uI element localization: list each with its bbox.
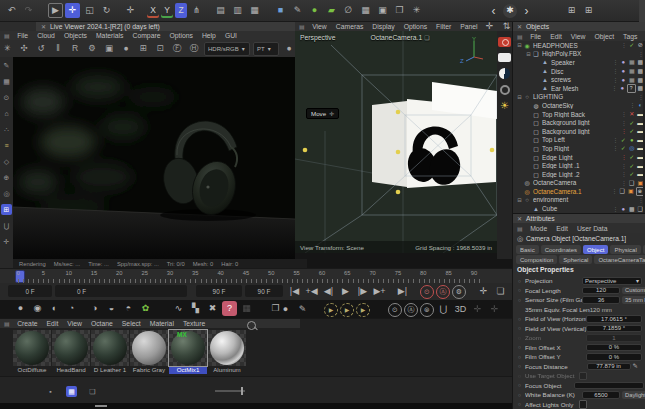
redo-icon[interactable]: ↷ bbox=[21, 3, 36, 18]
tab-basic[interactable]: Basic bbox=[516, 245, 539, 254]
visibility-dots-icon[interactable]: ⋮ bbox=[613, 68, 619, 74]
load-asset-icon[interactable]: ⊞ bbox=[581, 3, 596, 18]
cam-tag-icon[interactable]: ▣ bbox=[627, 188, 635, 194]
imager-icon[interactable] bbox=[499, 68, 510, 79]
render-active-view-icon[interactable]: ▤ bbox=[213, 3, 228, 18]
mat-menu-select[interactable]: Select bbox=[117, 320, 145, 327]
mat-menu-material[interactable]: Material bbox=[145, 320, 178, 327]
zoom-input[interactable]: 1 bbox=[586, 334, 642, 342]
visibility-dots-icon[interactable]: ⋮ bbox=[612, 188, 618, 194]
shade-ring-icon[interactable]: ◉ bbox=[30, 301, 45, 316]
tree-row-edge-light-1[interactable]: ▢Edge Light .1⋮✓▬ bbox=[513, 161, 645, 170]
pause-render-icon[interactable]: ‖ bbox=[51, 42, 65, 56]
record-scale-icon[interactable]: ❏ bbox=[493, 284, 508, 299]
autokey-button[interactable]: Ⓐ bbox=[436, 285, 450, 299]
grid-dim-icon[interactable]: ▦ bbox=[239, 301, 254, 316]
close-icon[interactable]: ✕ bbox=[517, 23, 522, 30]
edges-mode-icon[interactable]: ≡ bbox=[1, 140, 12, 151]
prev-frame-button[interactable]: ◀| bbox=[321, 284, 336, 299]
visibility-dots-icon[interactable]: ⋮ bbox=[621, 154, 627, 160]
vp-menu-cameras[interactable]: Cameras bbox=[331, 23, 368, 30]
attr-menu-user-data[interactable]: User Data bbox=[572, 225, 612, 232]
team-render-icon[interactable]: ❐ bbox=[392, 3, 407, 18]
end-frame-field[interactable]: 90 F bbox=[245, 285, 283, 297]
coord-system-icon[interactable]: ⋔ bbox=[189, 3, 204, 18]
tree-row-top-left[interactable]: ▢Top Left⋮✓●▬ bbox=[513, 136, 645, 145]
viewport-camera-label[interactable]: OctaneCamera.1 ❏ bbox=[350, 34, 450, 41]
kernel-dropdown[interactable]: PT▾ bbox=[253, 42, 279, 56]
snap-toggle-icon[interactable]: ⊞ bbox=[1, 204, 12, 215]
tree-row-octanesky[interactable]: ◍OctaneSky⋮◐ bbox=[513, 101, 645, 110]
snap-extra1-icon[interactable]: ✛ bbox=[470, 302, 485, 317]
tonemap-dropdown[interactable]: HDR/sRGB▾ bbox=[204, 42, 250, 56]
tree-row-disc[interactable]: ▲Disc⋮●▦▩ bbox=[513, 67, 645, 76]
check-tag-icon[interactable]: ✓ bbox=[628, 120, 636, 126]
array-icon[interactable]: ▦ bbox=[358, 3, 373, 18]
snap-3d-icon[interactable]: 3D bbox=[453, 302, 468, 317]
vp-menu-options[interactable]: Options bbox=[399, 23, 431, 30]
current-frame-field[interactable]: 0 F bbox=[8, 285, 52, 297]
preview-size-slider[interactable] bbox=[215, 390, 245, 392]
tree-row-cube[interactable]: ▲Cube⋮●▩❑ bbox=[513, 204, 645, 213]
check-tag-icon[interactable]: ✓ bbox=[628, 42, 636, 48]
tree-row-top-right-back[interactable]: ▢Top Right Back⋮✕▬ bbox=[513, 110, 645, 119]
window-menu-icon[interactable]: ▤ bbox=[0, 320, 13, 327]
film-offset-y-input[interactable]: 0 % bbox=[586, 353, 642, 361]
snap-extra2-icon[interactable]: ✛ bbox=[487, 302, 502, 317]
range-start-field[interactable]: 0 F bbox=[55, 285, 187, 297]
frame-tag-icon[interactable]: ❑ bbox=[619, 188, 627, 194]
tree-row-headphones[interactable]: ⊟◉HEADPHONES⋮✓⊘ bbox=[513, 41, 645, 50]
fcurve-icon[interactable]: ∿ bbox=[171, 301, 186, 316]
record-position-icon[interactable]: ✛ bbox=[476, 284, 491, 299]
mat-menu-view[interactable]: View bbox=[63, 320, 87, 327]
mat-menu-octane[interactable]: Octane bbox=[86, 320, 117, 327]
lv-menu-compare[interactable]: Compare bbox=[128, 32, 165, 39]
vp-menu-filter[interactable]: Filter bbox=[432, 23, 456, 30]
phong-tag-icon[interactable]: ● bbox=[620, 68, 628, 74]
next-key-button[interactable]: ▶+ bbox=[372, 284, 387, 299]
axis-z-icon[interactable]: Z bbox=[175, 3, 187, 18]
keyframe-rot-toggle-icon[interactable]: ▶ bbox=[356, 303, 370, 317]
uv-tag-icon[interactable]: ▦ bbox=[628, 77, 636, 83]
octane-star-icon[interactable]: ✣ bbox=[17, 42, 31, 56]
lv-menu-options[interactable]: Options bbox=[165, 32, 197, 39]
visibility-dots-icon[interactable]: ⋮ bbox=[621, 163, 627, 169]
pick-region-icon[interactable]: ⊡ bbox=[153, 42, 167, 56]
polygons-mode-icon[interactable]: ◇ bbox=[1, 156, 12, 167]
window-menu-icon[interactable]: ▤ bbox=[295, 23, 308, 30]
material-swatch-octdiffuse[interactable]: OctDiffuse bbox=[13, 330, 51, 374]
close-icon[interactable]: ✕ bbox=[41, 23, 46, 30]
lv-menu-file[interactable]: File bbox=[13, 32, 33, 39]
render-settings-icon[interactable]: ▦ bbox=[247, 3, 262, 18]
window-menu-icon[interactable]: ▤ bbox=[0, 32, 13, 39]
convert-icon[interactable]: ✎ bbox=[1, 60, 12, 71]
phong-tag-icon[interactable]: ● bbox=[620, 59, 628, 65]
visibility-dots-icon[interactable]: ⋮ bbox=[613, 59, 619, 65]
uv-tag-icon[interactable]: ▦ bbox=[628, 59, 636, 65]
postfx-icon[interactable] bbox=[500, 85, 510, 95]
visibility-dots-icon[interactable]: ⋮ bbox=[621, 171, 627, 177]
field-of-view-vertical--input[interactable]: 7.1859 ° bbox=[586, 325, 642, 333]
eyedropper-icon[interactable]: ✎ bbox=[633, 362, 638, 370]
gdot-tag-icon[interactable]: ● bbox=[628, 137, 636, 143]
tab-composition[interactable]: Composition bbox=[516, 255, 557, 264]
folder-icon[interactable]: ❐ bbox=[268, 301, 283, 316]
material-swatch-fabric-gray[interactable]: Fabric Gray bbox=[130, 330, 168, 374]
capsule-icon[interactable]: ▰ bbox=[324, 3, 339, 18]
material-grid-view-icon[interactable]: ▦ bbox=[66, 386, 77, 397]
keyframe-scale-toggle-icon[interactable]: ▶ bbox=[340, 303, 354, 317]
tree-row-edge-light-2[interactable]: ▢Edge Light .2⋮✓▬ bbox=[513, 170, 645, 179]
material-search-icon[interactable] bbox=[247, 321, 256, 330]
window-menu-icon[interactable]: ▤ bbox=[513, 225, 526, 232]
axis-mode-icon[interactable]: ◎ bbox=[1, 188, 12, 199]
attr-menu-edit[interactable]: Edit bbox=[552, 225, 573, 232]
rotate-sphere-icon[interactable]: ◑ bbox=[87, 301, 102, 316]
help-pick-icon[interactable]: ? bbox=[222, 301, 237, 316]
snap-edge-icon[interactable]: ⊜ bbox=[420, 303, 434, 317]
nav-gear-icon[interactable]: ✱ bbox=[503, 4, 517, 18]
use-target-object-checkbox[interactable] bbox=[579, 372, 588, 381]
film-settings-icon[interactable] bbox=[498, 53, 511, 62]
phong-tag-icon[interactable]: ● bbox=[619, 85, 627, 91]
obj-menu-edit[interactable]: Edit bbox=[546, 33, 567, 40]
vp-menu-view[interactable]: View bbox=[308, 23, 332, 30]
